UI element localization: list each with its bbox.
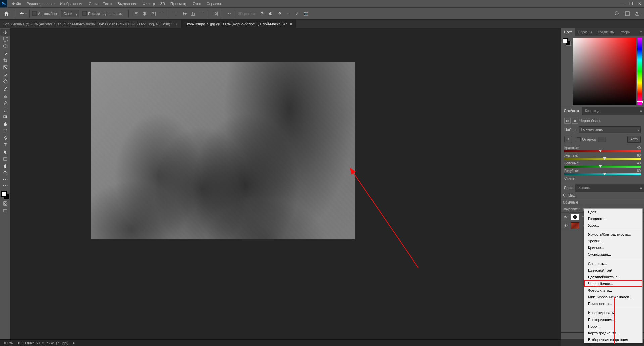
align-more-icon[interactable]: ⋯ [159,10,165,17]
edit-toolbar[interactable]: ⋯ [0,182,10,188]
menu-item-invert[interactable]: Инвертировать [584,309,642,316]
menu-layer[interactable]: Слои [86,0,100,7]
home-button[interactable] [1,9,11,18]
menu-item-color-balance[interactable]: Цветовой баланс... [584,274,642,280]
hand-tool[interactable] [0,163,10,169]
menu-item-channel-mixer[interactable]: Микширование каналов... [584,294,642,300]
menu-item-black-white[interactable]: Черно-белое... [584,280,642,287]
marquee-tool[interactable] [0,36,10,43]
blur-tool[interactable] [0,120,10,127]
distribute-bottom-icon[interactable] [190,10,197,17]
visibility-toggle[interactable]: 👁 [563,224,568,228]
slider-thumb[interactable] [603,157,606,160]
align-center-h-icon[interactable] [141,10,148,17]
slider-value-red[interactable]: 40 [637,146,641,150]
panel-menu-icon[interactable]: ≡ [638,186,644,190]
slider-thumb[interactable] [599,165,602,168]
slider-track-red[interactable] [564,150,641,152]
screenmode-toggle[interactable] [0,207,10,214]
menu-item-brightness[interactable]: Яркость/Контрастность... [584,231,642,238]
targeted-adjust-button[interactable] [564,136,572,143]
tab-channels[interactable]: Каналы [575,184,593,192]
3d-orbit-icon[interactable]: ⟳ [259,10,265,17]
tab-patterns[interactable]: Узоры [618,28,634,36]
pen-tool[interactable] [0,134,10,141]
zoom-tool[interactable] [0,170,10,176]
show-transform-controls-checkbox[interactable]: Показать упр. элем. [82,11,122,16]
eyedropper-tool[interactable] [0,71,10,78]
3d-pan-icon[interactable]: ✥ [276,10,283,17]
search-icon[interactable] [614,10,621,17]
menu-item-posterize[interactable]: Постеризация... [584,316,642,323]
3d-slide-icon[interactable]: ↔ [285,10,292,17]
slider-value-green[interactable]: 40 [637,161,641,165]
menu-item-exposure[interactable]: Экспозиция... [584,251,642,258]
status-menu-chevron[interactable]: ▸ [73,341,75,345]
tab-layers[interactable]: Слои [561,184,575,192]
type-tool[interactable]: T [0,141,10,148]
menu-item-levels[interactable]: Уровни... [584,238,642,244]
menu-help[interactable]: Справка [204,0,224,7]
window-restore-button[interactable]: ❐ [628,1,634,6]
history-brush-tool[interactable] [0,99,10,106]
menu-item-vibrance[interactable]: Сочность... [584,260,642,267]
document-tab[interactable]: Без имени-1 @ 25% (4d2afd0721b5d0ea46f84… [0,20,181,28]
brush-tool[interactable] [0,85,10,92]
filter-type-label[interactable]: Вид [568,193,575,197]
menu-item-gradient[interactable]: Градиент... [584,215,642,222]
menu-item-color-lookup[interactable]: Поиск цвета... [584,300,642,307]
close-icon[interactable]: × [176,22,178,26]
eraser-tool[interactable] [0,106,10,113]
menu-item-solid-color[interactable]: Цвет... [584,209,642,215]
close-icon[interactable]: × [290,22,292,26]
menu-view[interactable]: Просмотр [168,0,190,7]
slider-value-yellow[interactable]: 60 [637,154,641,157]
distribute-top-icon[interactable] [172,10,179,17]
tint-swatch[interactable] [598,137,606,142]
move-tool[interactable] [0,29,10,36]
canvas-area[interactable] [11,28,561,339]
workspace-switcher-icon[interactable] [624,10,631,17]
frame-tool[interactable] [0,64,10,71]
path-select-tool[interactable] [0,149,10,155]
document-tab[interactable]: Tkan-Tempo_5.jpg @ 100% (Черно-белое 1, … [181,20,296,28]
3d-camera-icon[interactable]: 📷 [302,10,309,17]
preset-dropdown[interactable]: По умолчанию [579,126,641,133]
dist-1-icon[interactable] [212,10,219,17]
align-more2-icon[interactable]: ⋯ [199,10,205,17]
menu-text[interactable]: Текст [100,0,115,7]
window-close-button[interactable]: ✕ [636,1,643,6]
slider-track-green[interactable] [564,166,641,168]
3d-zoom-icon[interactable]: ⤢ [294,10,300,17]
menu-3d[interactable]: 3D [158,0,168,7]
tab-adjustments[interactable]: Коррекция [582,107,604,115]
visibility-toggle[interactable]: 👁 [563,215,568,219]
hue-strip[interactable] [637,38,642,105]
panel-menu-icon[interactable]: ≡ [638,109,644,113]
tab-gradients[interactable]: Градиенты [595,28,617,36]
menu-item-gradient-map[interactable]: Карта градиента... [584,330,642,336]
gradient-tool[interactable] [0,113,10,120]
doc-dimensions[interactable]: 1000 пикс. x 675 пикс. (72 ppi) [17,341,68,345]
color-field[interactable] [573,38,636,105]
color-fg-bg-swatch[interactable] [563,38,571,46]
menu-item-pattern[interactable]: Узор... [584,222,642,229]
menu-item-threshold[interactable]: Порог... [584,323,642,330]
panel-menu-icon[interactable]: ≡ [638,30,644,34]
menu-item-photo-filter[interactable]: Фотофильтр... [584,287,642,294]
auto-select-target-dropdown[interactable]: Слой [61,10,79,17]
clone-tool[interactable] [0,92,10,99]
menu-file[interactable]: Файл [9,0,24,7]
blend-mode-dropdown[interactable]: Обычные [563,200,578,204]
quickmask-toggle[interactable] [0,200,10,207]
menu-select[interactable]: Выделение [115,0,140,7]
slider-thumb[interactable] [603,173,606,175]
lasso-tool[interactable] [0,43,10,50]
healing-tool[interactable] [0,78,10,85]
tint-checkbox[interactable]: Оттенок [577,137,596,141]
slider-track-yellow[interactable] [564,158,641,160]
auto-button[interactable]: Авто [627,136,641,143]
align-right-icon[interactable] [150,10,157,17]
dodge-tool[interactable] [0,127,10,134]
auto-select-checkbox[interactable]: Автовыбор: [32,11,58,16]
